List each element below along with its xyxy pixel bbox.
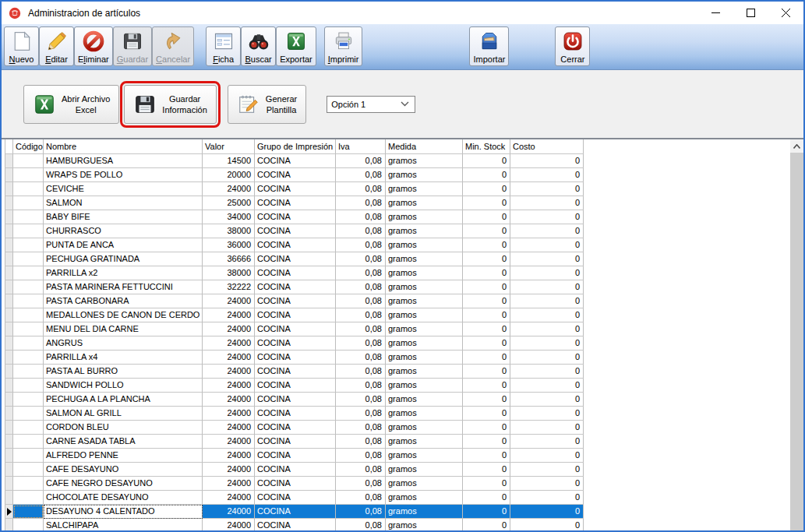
row-selector[interactable] <box>5 196 13 210</box>
cell-codigo[interactable] <box>13 196 44 210</box>
cell-min_stock[interactable]: 0 <box>463 491 510 505</box>
cell-valor[interactable]: 24000 <box>203 308 255 322</box>
scroll-up-button[interactable] <box>790 139 803 153</box>
scrollbar-thumb[interactable] <box>790 153 803 530</box>
cell-codigo[interactable] <box>13 351 44 365</box>
option-dropdown[interactable]: Opción 1 <box>327 96 415 113</box>
cell-iva[interactable]: 0,08 <box>336 238 386 252</box>
cell-codigo[interactable] <box>13 168 44 182</box>
cell-valor[interactable]: 24000 <box>203 336 255 351</box>
table-row[interactable]: SANDWICH POLLO24000COCINA0,08gramos00 <box>5 379 584 393</box>
cell-medida[interactable]: gramos <box>386 322 463 336</box>
cell-costo[interactable]: 0 <box>510 168 584 182</box>
close-button[interactable] <box>768 2 803 24</box>
cell-valor[interactable]: 24000 <box>203 351 255 365</box>
column-header-nombre[interactable]: Nombre <box>44 139 203 154</box>
row-selector[interactable] <box>5 182 13 196</box>
cell-min_stock[interactable]: 0 <box>463 449 510 463</box>
row-selector[interactable] <box>5 477 13 491</box>
cell-medida[interactable]: gramos <box>386 491 463 505</box>
cell-valor[interactable]: 24000 <box>203 505 255 519</box>
cell-grupo[interactable]: COCINA <box>255 238 336 252</box>
cell-iva[interactable]: 0,08 <box>336 210 386 224</box>
table-row[interactable]: SALCHIPAPA24000COCINA0,08gramos00 <box>5 519 584 530</box>
cell-iva[interactable]: 0,08 <box>336 519 386 530</box>
table-row[interactable]: MEDALLONES DE CANON DE CERDO24000COCINA0… <box>5 308 584 322</box>
cell-valor[interactable]: 24000 <box>203 393 255 407</box>
row-selector[interactable] <box>5 238 13 252</box>
cell-nombre[interactable]: ALFREDO PENNE <box>44 449 203 463</box>
row-selector[interactable] <box>5 322 13 336</box>
cell-min_stock[interactable]: 0 <box>463 336 510 351</box>
cell-iva[interactable]: 0,08 <box>336 266 386 280</box>
cell-nombre[interactable]: DESAYUNO 4 CALENTADO <box>44 505 203 519</box>
cell-grupo[interactable]: COCINA <box>255 491 336 505</box>
cell-valor[interactable]: 24000 <box>203 463 255 477</box>
cell-codigo[interactable] <box>13 294 44 308</box>
ficha-button[interactable]: Ficha <box>206 26 241 66</box>
cell-iva[interactable]: 0,08 <box>336 435 386 449</box>
cell-grupo[interactable]: COCINA <box>255 168 336 182</box>
cell-nombre[interactable]: CHURRASCO <box>44 224 203 238</box>
table-row[interactable]: BABY BIFE34000COCINA0,08gramos00 <box>5 210 584 224</box>
table-row[interactable]: PUNTA DE ANCA36000COCINA0,08gramos00 <box>5 238 584 252</box>
cell-min_stock[interactable]: 0 <box>463 463 510 477</box>
table-row[interactable]: CAFE DESAYUNO24000COCINA0,08gramos00 <box>5 463 584 477</box>
row-selector[interactable] <box>5 379 13 393</box>
cell-medida[interactable]: gramos <box>386 294 463 308</box>
cell-grupo[interactable]: COCINA <box>255 266 336 280</box>
cell-costo[interactable]: 0 <box>510 210 584 224</box>
cell-min_stock[interactable]: 0 <box>463 294 510 308</box>
cell-medida[interactable]: gramos <box>386 154 463 168</box>
cell-codigo[interactable] <box>13 336 44 351</box>
table-row[interactable]: PASTA MARINERA FETTUCCINI32222COCINA0,08… <box>5 280 584 294</box>
cell-valor[interactable]: 25000 <box>203 196 255 210</box>
column-header-grupo[interactable]: Grupo de Impresión <box>255 139 336 154</box>
cell-valor[interactable]: 14500 <box>203 154 255 168</box>
cell-codigo[interactable] <box>13 252 44 266</box>
buscar-button[interactable]: Buscar <box>241 26 276 66</box>
vertical-scrollbar[interactable] <box>790 139 803 530</box>
column-header-min_stock[interactable]: Min. Stock <box>463 139 510 154</box>
column-header-medida[interactable]: Medida <box>386 139 463 154</box>
cell-valor[interactable]: 24000 <box>203 435 255 449</box>
cell-min_stock[interactable]: 0 <box>463 393 510 407</box>
table-row[interactable]: WRAPS DE POLLO20000COCINA0,08gramos00 <box>5 168 584 182</box>
cell-min_stock[interactable]: 0 <box>463 154 510 168</box>
table-row[interactable]: ANGRUS24000COCINA0,08gramos00 <box>5 336 584 351</box>
cell-costo[interactable]: 0 <box>510 196 584 210</box>
cell-valor[interactable]: 38000 <box>203 266 255 280</box>
cell-nombre[interactable]: ANGRUS <box>44 336 203 351</box>
cell-grupo[interactable]: COCINA <box>255 336 336 351</box>
cell-costo[interactable]: 0 <box>510 519 584 530</box>
cell-codigo[interactable] <box>13 210 44 224</box>
cell-medida[interactable]: gramos <box>386 336 463 351</box>
cell-costo[interactable]: 0 <box>510 379 584 393</box>
cell-min_stock[interactable]: 0 <box>463 182 510 196</box>
cell-medida[interactable]: gramos <box>386 477 463 491</box>
cell-grupo[interactable]: COCINA <box>255 322 336 336</box>
cell-min_stock[interactable]: 0 <box>463 407 510 421</box>
cell-iva[interactable]: 0,08 <box>336 407 386 421</box>
cell-codigo[interactable] <box>13 379 44 393</box>
cell-valor[interactable]: 24000 <box>203 421 255 435</box>
cell-min_stock[interactable]: 0 <box>463 196 510 210</box>
cell-grupo[interactable]: COCINA <box>255 505 336 519</box>
cell-nombre[interactable]: CAFE DESAYUNO <box>44 463 203 477</box>
cell-costo[interactable]: 0 <box>510 505 584 519</box>
cell-nombre[interactable]: PASTA CARBONARA <box>44 294 203 308</box>
nuevo-button[interactable]: Nuevo <box>4 26 39 66</box>
cell-nombre[interactable]: SALMON AL GRILL <box>44 407 203 421</box>
cell-medida[interactable]: gramos <box>386 519 463 530</box>
cell-iva[interactable]: 0,08 <box>336 182 386 196</box>
cell-valor[interactable]: 24000 <box>203 477 255 491</box>
cell-grupo[interactable]: COCINA <box>255 379 336 393</box>
cell-min_stock[interactable]: 0 <box>463 322 510 336</box>
row-selector[interactable] <box>5 519 13 530</box>
column-header-iva[interactable]: Iva <box>336 139 386 154</box>
cell-grupo[interactable]: COCINA <box>255 351 336 365</box>
cell-min_stock[interactable]: 0 <box>463 379 510 393</box>
cell-min_stock[interactable]: 0 <box>463 308 510 322</box>
table-row[interactable]: DESAYUNO 4 CALENTADO24000COCINA0,08gramo… <box>5 505 584 519</box>
cell-grupo[interactable]: COCINA <box>255 435 336 449</box>
